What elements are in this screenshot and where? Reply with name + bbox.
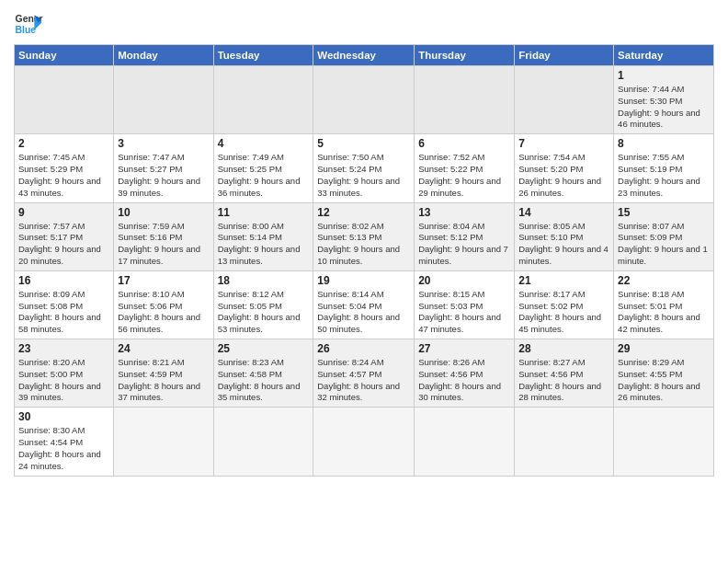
day-info: Sunrise: 8:09 AM Sunset: 5:08 PM Dayligh… [18,289,109,336]
day-info: Sunrise: 8:07 AM Sunset: 5:09 PM Dayligh… [618,221,710,268]
calendar-cell: 9Sunrise: 7:57 AM Sunset: 5:17 PM Daylig… [15,202,114,270]
day-number: 22 [618,274,710,287]
calendar-cell: 18Sunrise: 8:12 AM Sunset: 5:05 PM Dayli… [213,270,313,339]
day-number: 23 [18,342,109,355]
calendar-cell: 27Sunrise: 8:26 AM Sunset: 4:56 PM Dayli… [415,339,515,408]
calendar-cell [415,408,515,476]
calendar-cell [213,66,313,134]
day-number: 30 [18,410,109,423]
calendar-week-row: 2Sunrise: 7:45 AM Sunset: 5:29 PM Daylig… [15,134,714,202]
calendar-cell: 13Sunrise: 8:04 AM Sunset: 5:12 PM Dayli… [415,202,515,270]
weekday-header-saturday: Saturday [614,45,714,66]
calendar-cell [114,66,213,134]
day-number: 1 [618,69,710,82]
day-info: Sunrise: 8:02 AM Sunset: 5:13 PM Dayligh… [317,221,410,268]
calendar-cell: 6Sunrise: 7:52 AM Sunset: 5:22 PM Daylig… [415,134,515,202]
day-number: 5 [317,137,410,150]
calendar-cell: 21Sunrise: 8:17 AM Sunset: 5:02 PM Dayli… [515,270,614,339]
weekday-header-monday: Monday [114,45,213,66]
day-info: Sunrise: 8:29 AM Sunset: 4:55 PM Dayligh… [618,357,710,404]
day-number: 25 [218,342,310,355]
day-info: Sunrise: 7:52 AM Sunset: 5:22 PM Dayligh… [418,152,510,199]
calendar-cell: 15Sunrise: 8:07 AM Sunset: 5:09 PM Dayli… [614,202,714,270]
day-info: Sunrise: 8:04 AM Sunset: 5:12 PM Dayligh… [418,221,510,268]
calendar-cell: 2Sunrise: 7:45 AM Sunset: 5:29 PM Daylig… [15,134,114,202]
day-number: 2 [18,137,109,150]
calendar-cell: 16Sunrise: 8:09 AM Sunset: 5:08 PM Dayli… [15,270,114,339]
day-number: 27 [418,342,510,355]
day-info: Sunrise: 8:26 AM Sunset: 4:56 PM Dayligh… [418,357,510,404]
day-number: 15 [618,206,710,219]
day-number: 4 [218,137,310,150]
calendar-cell [415,66,515,134]
calendar: SundayMondayTuesdayWednesdayThursdayFrid… [14,44,714,477]
day-number: 8 [618,137,710,150]
day-info: Sunrise: 8:17 AM Sunset: 5:02 PM Dayligh… [518,289,609,336]
day-info: Sunrise: 7:44 AM Sunset: 5:30 PM Dayligh… [618,84,710,131]
calendar-cell: 28Sunrise: 8:27 AM Sunset: 4:56 PM Dayli… [515,339,614,408]
calendar-cell: 22Sunrise: 8:18 AM Sunset: 5:01 PM Dayli… [614,270,714,339]
weekday-header-thursday: Thursday [415,45,515,66]
day-info: Sunrise: 8:20 AM Sunset: 5:00 PM Dayligh… [18,357,109,404]
calendar-cell [15,66,114,134]
day-number: 14 [518,206,609,219]
calendar-cell [614,408,714,476]
calendar-cell: 5Sunrise: 7:50 AM Sunset: 5:24 PM Daylig… [313,134,415,202]
calendar-week-row: 1Sunrise: 7:44 AM Sunset: 5:30 PM Daylig… [15,66,714,134]
calendar-cell [114,408,213,476]
day-info: Sunrise: 8:15 AM Sunset: 5:03 PM Dayligh… [418,289,510,336]
calendar-cell: 11Sunrise: 8:00 AM Sunset: 5:14 PM Dayli… [213,202,313,270]
day-info: Sunrise: 7:57 AM Sunset: 5:17 PM Dayligh… [18,221,109,268]
day-number: 20 [418,274,510,287]
day-number: 9 [18,206,109,219]
calendar-cell [313,408,415,476]
weekday-header-wednesday: Wednesday [313,45,415,66]
day-info: Sunrise: 7:55 AM Sunset: 5:19 PM Dayligh… [618,152,710,199]
calendar-week-row: 30Sunrise: 8:30 AM Sunset: 4:54 PM Dayli… [15,408,714,476]
day-info: Sunrise: 8:18 AM Sunset: 5:01 PM Dayligh… [618,289,710,336]
day-info: Sunrise: 7:50 AM Sunset: 5:24 PM Dayligh… [317,152,410,199]
calendar-cell: 26Sunrise: 8:24 AM Sunset: 4:57 PM Dayli… [313,339,415,408]
weekday-header-tuesday: Tuesday [213,45,313,66]
day-info: Sunrise: 8:14 AM Sunset: 5:04 PM Dayligh… [317,289,410,336]
day-number: 24 [118,342,209,355]
calendar-cell: 20Sunrise: 8:15 AM Sunset: 5:03 PM Dayli… [415,270,515,339]
day-number: 19 [317,274,410,287]
day-number: 26 [317,342,410,355]
calendar-cell [213,408,313,476]
day-info: Sunrise: 7:49 AM Sunset: 5:25 PM Dayligh… [218,152,310,199]
day-number: 29 [618,342,710,355]
calendar-cell: 4Sunrise: 7:49 AM Sunset: 5:25 PM Daylig… [213,134,313,202]
day-number: 18 [218,274,310,287]
day-number: 12 [317,206,410,219]
calendar-week-row: 9Sunrise: 7:57 AM Sunset: 5:17 PM Daylig… [15,202,714,270]
day-info: Sunrise: 7:45 AM Sunset: 5:29 PM Dayligh… [18,152,109,199]
day-info: Sunrise: 8:00 AM Sunset: 5:14 PM Dayligh… [218,221,310,268]
calendar-cell [515,66,614,134]
calendar-cell [313,66,415,134]
day-info: Sunrise: 8:10 AM Sunset: 5:06 PM Dayligh… [118,289,209,336]
svg-text:Blue: Blue [16,25,37,35]
day-info: Sunrise: 8:30 AM Sunset: 4:54 PM Dayligh… [18,425,109,472]
calendar-week-row: 23Sunrise: 8:20 AM Sunset: 5:00 PM Dayli… [15,339,714,408]
logo-icon: General Blue [14,9,43,39]
calendar-cell: 24Sunrise: 8:21 AM Sunset: 4:59 PM Dayli… [114,339,213,408]
day-info: Sunrise: 7:59 AM Sunset: 5:16 PM Dayligh… [118,221,209,268]
day-number: 28 [518,342,609,355]
day-number: 6 [418,137,510,150]
day-number: 13 [418,206,510,219]
day-number: 11 [218,206,310,219]
calendar-cell: 3Sunrise: 7:47 AM Sunset: 5:27 PM Daylig… [114,134,213,202]
calendar-cell [515,408,614,476]
day-info: Sunrise: 8:23 AM Sunset: 4:58 PM Dayligh… [218,357,310,404]
day-number: 17 [118,274,209,287]
weekday-header-friday: Friday [515,45,614,66]
day-number: 3 [118,137,209,150]
day-number: 21 [518,274,609,287]
calendar-cell: 12Sunrise: 8:02 AM Sunset: 5:13 PM Dayli… [313,202,415,270]
calendar-week-row: 16Sunrise: 8:09 AM Sunset: 5:08 PM Dayli… [15,270,714,339]
calendar-cell: 30Sunrise: 8:30 AM Sunset: 4:54 PM Dayli… [15,408,114,476]
day-info: Sunrise: 8:27 AM Sunset: 4:56 PM Dayligh… [518,357,609,404]
day-info: Sunrise: 7:47 AM Sunset: 5:27 PM Dayligh… [118,152,209,199]
header: General Blue [14,9,714,39]
